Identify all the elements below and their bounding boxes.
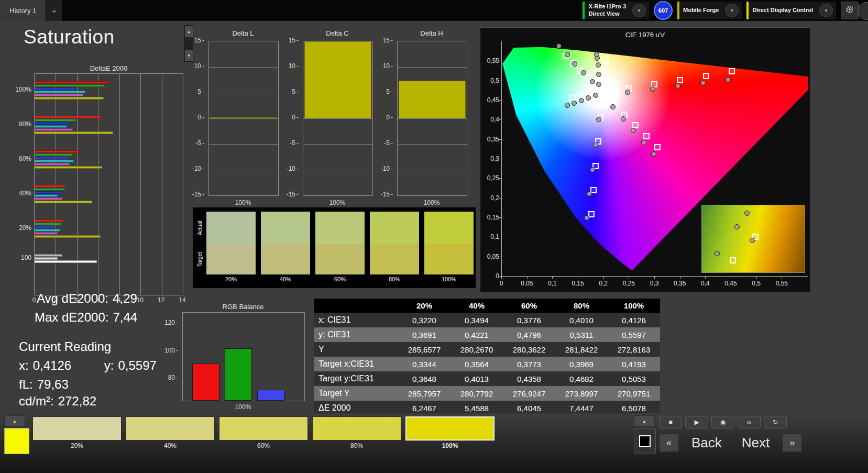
tick-mark <box>499 100 501 101</box>
table-cell: 0,5053 <box>608 371 660 386</box>
rgb-balance-plot <box>182 312 305 401</box>
table-cell: 285,6577 <box>398 342 451 357</box>
pattern-swatch <box>219 416 308 441</box>
target-point <box>602 63 608 70</box>
back-chevron-button[interactable]: « <box>659 433 679 452</box>
target-point <box>703 73 709 79</box>
deltae-bar <box>35 119 76 122</box>
expand-patterns-button[interactable]: ▲ <box>4 415 25 427</box>
display-control-label: Direct Display Control <box>752 7 816 14</box>
pattern-button[interactable]: 20% <box>32 416 122 451</box>
capture-button[interactable]: ◉ <box>711 416 734 428</box>
y-tick-label: 0,55 <box>481 57 499 64</box>
table-row: x: CIE310,32200,34940,37760,40100,4126 <box>314 313 660 327</box>
table-cell: 0,3344 <box>398 357 451 371</box>
pattern-label: 20% <box>32 441 122 451</box>
video-window-button[interactable] <box>634 428 656 454</box>
grid-line <box>209 93 278 93</box>
swatch-column: 80% <box>370 212 419 284</box>
table-cell: 0,4221 <box>451 327 503 342</box>
measured-point <box>675 83 680 89</box>
pattern-button[interactable]: 60% <box>219 416 308 451</box>
meter-count-badge: 607 <box>654 1 673 20</box>
table-cell: 0,3648 <box>398 371 451 386</box>
refresh-button[interactable]: ↻ <box>764 416 787 428</box>
deltae-chart-title: DeltaE 2000 <box>34 64 183 72</box>
tick-mark <box>499 217 501 218</box>
table-row: Target x:CIE310,33440,35640,37730,39690,… <box>314 357 660 371</box>
navigation-controls: « Back Next » <box>659 433 802 452</box>
y-tick-label: 0,25 <box>481 174 499 182</box>
row-label-cell: Y <box>314 342 398 357</box>
meter-dropdown-arrow[interactable]: ▼ <box>632 4 646 17</box>
scroll-up-button[interactable]: ▲ <box>185 26 193 37</box>
table-header-cell: 100% <box>608 299 660 313</box>
deltae-bar <box>35 81 109 84</box>
table-cell: 0,4126 <box>608 313 660 327</box>
tick-mark <box>499 81 501 81</box>
display-control-dropdown-arrow[interactable]: ▼ <box>819 4 833 17</box>
table-cell: 0,3691 <box>398 327 451 342</box>
actual-swatch <box>261 212 310 244</box>
tick-mark <box>705 276 706 279</box>
y-group-label: 40% <box>2 190 31 197</box>
calibration-app: History 1 + X-Rite i1Pro 3 Direct View ▼… <box>0 0 868 473</box>
table-cell: 281,8422 <box>555 342 608 357</box>
x-tick-label: 0,55 <box>771 280 792 287</box>
y-tick-label: 10 <box>375 62 393 70</box>
grid-line <box>183 74 183 295</box>
target-swatch <box>424 244 474 274</box>
rgb-balance-title: RGB Balance <box>182 303 304 311</box>
tab-history-1[interactable]: History 1 <box>0 0 46 21</box>
source-selector[interactable]: Mobile Forge ▼ <box>677 2 742 19</box>
source-dropdown-arrow[interactable]: ▼ <box>725 4 739 17</box>
current-reading-heading: Current Reading <box>19 339 111 354</box>
expand-controls-button[interactable]: ▲ <box>634 415 655 427</box>
y-tick-label: 15 <box>186 37 204 44</box>
display-control-selector[interactable]: Direct Display Control ▼ <box>746 2 836 19</box>
delta-bar <box>399 81 466 118</box>
table-cell: 0,3564 <box>451 357 503 371</box>
pattern-label: 60% <box>219 441 308 451</box>
table-cell: 0,4010 <box>555 313 608 327</box>
x-tick-label: 0,15 <box>567 280 588 287</box>
meter-selector[interactable]: X-Rite i1Pro 3 Direct View ▼ <box>583 2 649 19</box>
delta-chart-plot <box>397 41 467 196</box>
deltae-bar <box>35 260 97 263</box>
measured-point <box>556 43 562 49</box>
y-group-label: 60% <box>2 155 31 162</box>
grid-line <box>98 74 98 295</box>
next-button[interactable]: Next <box>734 435 777 451</box>
back-button[interactable]: Back <box>684 435 729 451</box>
add-tab-button[interactable]: + <box>46 0 62 21</box>
deltae-bar <box>35 226 53 228</box>
deltae-bar <box>35 219 63 222</box>
top-bar: History 1 + X-Rite i1Pro 3 Direct View ▼… <box>0 0 868 21</box>
loop-button[interactable]: ∞ <box>738 416 761 428</box>
swatch-columns: 20%40%60%80%100% <box>206 212 474 284</box>
deltae-bar <box>35 160 74 162</box>
table-header-cell: 40% <box>451 299 503 313</box>
chevron-right-icon: » <box>789 437 795 448</box>
play-button[interactable]: ▶ <box>685 416 708 428</box>
pattern-button[interactable]: 80% <box>312 416 401 451</box>
x-axis-label: 100% <box>208 199 278 206</box>
target-swatch <box>370 244 419 274</box>
deltae-bar <box>35 84 104 87</box>
delta-chart-plot <box>303 41 373 196</box>
next-chevron-button[interactable]: » <box>782 433 802 452</box>
tick-mark <box>552 276 553 279</box>
stop-button[interactable]: ■ <box>659 416 682 428</box>
grid-line <box>209 67 278 68</box>
y-tick-label: -15 <box>375 191 393 198</box>
pattern-button[interactable]: 100% <box>405 416 495 451</box>
y-tick-label: -15 <box>281 191 299 198</box>
deltae-bar <box>35 87 76 90</box>
row-label-cell: Target Y <box>314 386 398 401</box>
table-cell: 285,7957 <box>398 386 451 401</box>
pattern-button[interactable]: 40% <box>126 416 215 451</box>
settings-button[interactable] <box>841 2 859 19</box>
measurement-table: 20%40%60%80%100%x: CIE310,32200,34940,37… <box>314 299 660 415</box>
scroll-down-button[interactable]: ▼ <box>185 50 193 61</box>
source-label: Mobile Forge <box>683 7 722 14</box>
